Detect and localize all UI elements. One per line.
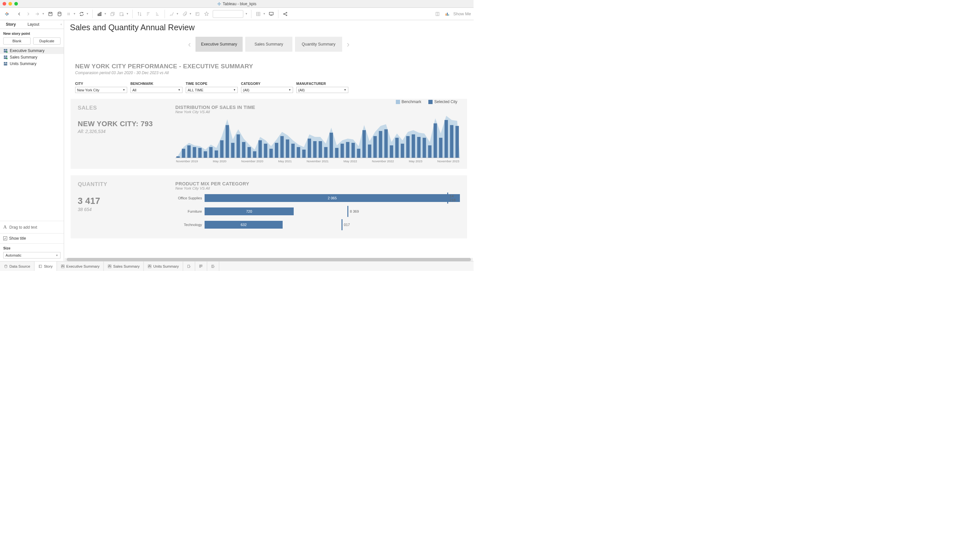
- product-mix-chart[interactable]: Office Supplies2 06514 218Furniture7208 …: [175, 193, 460, 230]
- dashboard-icon: [3, 62, 8, 66]
- redo-button[interactable]: [24, 10, 33, 18]
- new-data-source-button[interactable]: [55, 10, 64, 18]
- svg-rect-24: [448, 14, 449, 16]
- new-worksheet-button[interactable]: [95, 10, 104, 18]
- show-me-label[interactable]: Show Me: [454, 12, 471, 16]
- svg-rect-48: [237, 134, 240, 158]
- sidebar-item-units-summary[interactable]: Units Summary: [0, 60, 64, 67]
- highlight-button[interactable]: [167, 10, 176, 18]
- dashboard-icon: [108, 264, 112, 268]
- story-canvas: Sales and Quantity Annual Review ‹ Execu…: [64, 20, 474, 261]
- filter-manufacturer[interactable]: (All)▼: [296, 87, 349, 93]
- attach-button[interactable]: [180, 10, 189, 18]
- filter-city[interactable]: New York City▼: [75, 87, 127, 93]
- close-window-button[interactable]: [3, 2, 6, 5]
- label-button[interactable]: [193, 10, 202, 18]
- svg-rect-73: [374, 136, 377, 158]
- data-source-tab[interactable]: Data Source: [0, 262, 35, 271]
- guide-button[interactable]: [433, 10, 442, 18]
- presentation-button[interactable]: [267, 10, 275, 18]
- sidebar-tab-story[interactable]: Story: [0, 20, 22, 28]
- sidebar-item-executive-summary[interactable]: Executive Summary: [0, 47, 64, 54]
- next-story-point-button[interactable]: ›: [345, 39, 352, 50]
- collapse-sidebar-icon[interactable]: ‹: [60, 22, 62, 26]
- svg-rect-15: [196, 12, 199, 15]
- swap-button[interactable]: [135, 10, 144, 18]
- new-worksheet-tab[interactable]: [183, 262, 195, 271]
- nav-tab-executive[interactable]: Executive Summary: [195, 37, 243, 52]
- filter-benchmark[interactable]: All▼: [130, 87, 182, 93]
- svg-point-32: [6, 58, 8, 60]
- svg-rect-87: [450, 125, 454, 158]
- svg-rect-56: [280, 136, 284, 158]
- fit-button[interactable]: [254, 10, 262, 18]
- new-dashboard-tab[interactable]: [195, 262, 207, 271]
- sidebar-item-label: Sales Summary: [10, 55, 37, 60]
- drag-to-add-text[interactable]: A Drag to add text: [0, 221, 64, 233]
- svg-rect-22: [445, 13, 447, 16]
- filter-label: CATEGORY: [241, 82, 293, 85]
- svg-rect-72: [368, 144, 371, 158]
- nav-tab-sales[interactable]: Sales Summary: [245, 37, 292, 52]
- duplicate-button[interactable]: Duplicate: [33, 37, 60, 45]
- sheet-tab-units[interactable]: Units Summary: [144, 262, 183, 271]
- show-title-checkbox[interactable]: ✓ Show title: [0, 233, 64, 243]
- svg-rect-96: [110, 265, 111, 266]
- filter-label: CITY: [75, 82, 127, 85]
- svg-rect-61: [308, 138, 311, 158]
- sales-distribution-chart[interactable]: [175, 116, 460, 158]
- prev-story-point-button[interactable]: ‹: [186, 39, 193, 50]
- dashboard-icon: [148, 264, 152, 268]
- filter-timescope[interactable]: ALL TIME▼: [186, 87, 238, 93]
- svg-rect-78: [401, 144, 404, 158]
- horizontal-scrollbar[interactable]: [65, 258, 473, 261]
- svg-rect-51: [253, 151, 256, 158]
- title-bar: Tableau - blue_kpis: [0, 0, 474, 8]
- sales-kpi-sub: All: 2,326,534: [78, 129, 165, 134]
- pin-button[interactable]: [202, 10, 211, 18]
- svg-rect-75: [384, 130, 388, 158]
- refresh-button[interactable]: [77, 10, 86, 18]
- filter-category[interactable]: (All)▼: [241, 87, 293, 93]
- svg-rect-14: [120, 13, 123, 16]
- blank-button[interactable]: Blank: [3, 37, 30, 45]
- svg-rect-70: [357, 148, 360, 158]
- sidebar-tabs: Story Layout ‹: [0, 20, 64, 29]
- sheet-tab-exec[interactable]: Executive Summary: [57, 262, 104, 271]
- sort-desc-button[interactable]: [153, 10, 162, 18]
- pause-updates-button[interactable]: [64, 10, 73, 18]
- share-button[interactable]: [281, 10, 290, 18]
- story-title[interactable]: Sales and Quantity Annual Review: [64, 20, 474, 33]
- svg-rect-58: [292, 144, 295, 158]
- database-icon: [4, 264, 8, 268]
- show-me-icon[interactable]: [443, 10, 452, 18]
- clear-sheet-button[interactable]: [117, 10, 126, 18]
- svg-rect-102: [199, 265, 201, 266]
- fullscreen-window-button[interactable]: [14, 2, 18, 5]
- quantity-panel: QUANTITY 3 417 38 654 PRODUCT MIX PER CA…: [70, 175, 467, 238]
- svg-rect-105: [212, 265, 214, 268]
- svg-rect-94: [61, 266, 64, 268]
- sidebar-tab-layout[interactable]: Layout: [22, 20, 45, 28]
- tableau-logo-button[interactable]: [3, 10, 11, 18]
- undo-button[interactable]: [15, 10, 23, 18]
- duplicate-sheet-button[interactable]: [108, 10, 117, 18]
- nav-tab-quantity[interactable]: Quantity Summary: [295, 37, 342, 52]
- svg-rect-11: [99, 13, 100, 16]
- sort-asc-button[interactable]: [144, 10, 153, 18]
- window-title-text: Tableau - blue_kpis: [223, 2, 256, 6]
- new-story-tab[interactable]: [207, 262, 219, 271]
- search-input[interactable]: [213, 10, 243, 18]
- svg-rect-40: [193, 147, 196, 158]
- revert-button[interactable]: [33, 10, 42, 18]
- story-tab[interactable]: Story: [35, 262, 57, 271]
- size-select[interactable]: Automatic▼: [3, 252, 60, 258]
- save-button[interactable]: [46, 10, 55, 18]
- quantity-kpi-main: 3 417: [78, 196, 165, 206]
- filter-row: CITYNew York City▼ BENCHMARKAll▼ TIME SC…: [70, 77, 467, 99]
- minimize-window-button[interactable]: [8, 2, 12, 5]
- sheet-tab-sales[interactable]: Sales Summary: [104, 262, 144, 271]
- sales-chart-title: DISTRIBUTION OF SALES IN TIME: [175, 105, 460, 110]
- svg-rect-49: [242, 142, 245, 158]
- sidebar-item-sales-summary[interactable]: Sales Summary: [0, 54, 64, 60]
